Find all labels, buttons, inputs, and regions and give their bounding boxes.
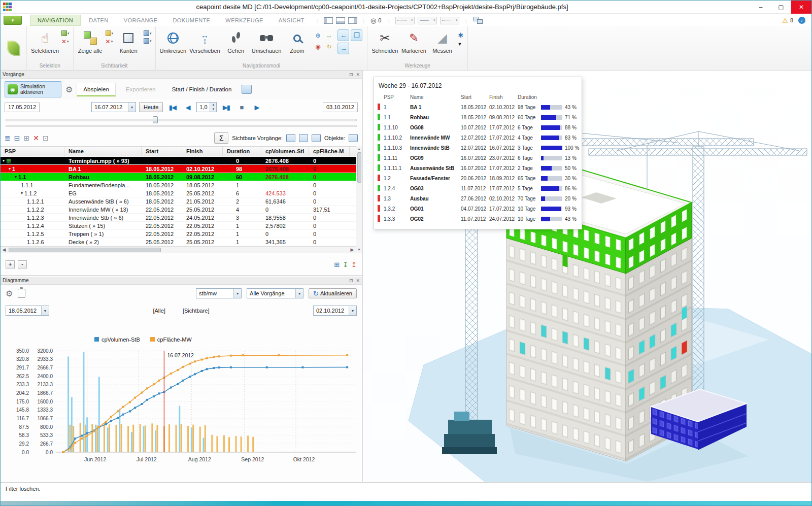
tools-dropdown-button[interactable]: ▼ [457,42,464,47]
spin-down-icon[interactable]: ▼ [210,107,216,112]
tab-ansicht[interactable]: ANSICHT [272,15,312,25]
vorgaenge-table-row[interactable]: 1.1.1Fundamente/Bodenpla...18.05.201218.… [1,181,356,189]
horizontal-scrollbar[interactable]: ◀ ▶ [1,246,356,253]
gantt-row[interactable]: 1.3.2OG0104.07.201217.07.201210 Tage93 % [378,204,578,214]
sum-button[interactable]: Σ [214,132,228,144]
gantt-row[interactable]: 1.1.10OG0810.07.201217.07.20126 Tage88 % [378,122,578,132]
gantt-row[interactable]: 1.2.4OG0311.07.201217.07.20125 Tage86 % [378,183,578,193]
sichtbare-label[interactable]: [Sichtbare] [183,308,210,314]
gehen-button[interactable]: Gehen [222,27,250,54]
simulation-aktivieren-button[interactable]: ◉ Simulationaktivieren [5,81,61,97]
simulation-start-date[interactable]: 17.05.2012 [5,103,40,112]
current-date-combo[interactable]: 16.07.2012▼ [91,102,136,112]
import-rows-icon[interactable]: ↧ [343,261,348,268]
tab-vorgaenge[interactable]: VORGÄNGE [117,15,165,25]
range-start-combo[interactable]: 18.05.2012▼ [6,306,49,316]
export-rows-icon[interactable]: ↥ [351,261,357,268]
speed-spinner[interactable]: 1,0 ▲▼ [196,102,217,112]
close-panel-icon[interactable]: ✕ [356,278,360,283]
wrench-icon[interactable]: ⚙ [6,289,13,298]
verschieben-button[interactable]: ↔↕ Verschieben [188,27,222,54]
orbit-mode-icon[interactable]: ⊕ [313,30,323,41]
diagram-chart[interactable]: 350.03200.0320.82933.3291.72666.7262.524… [4,345,359,471]
close-button[interactable]: ✕ [791,1,811,14]
select-add-button[interactable]: ▾ [61,30,70,36]
vorgaenge-table-row[interactable]: ▾1.1Rohbau18.05.201209.08.2012602676.408… [1,173,356,181]
next-view-button[interactable]: → [337,43,349,54]
timeline-track[interactable] [6,119,357,121]
vorgaenge-table-row[interactable]: 1.1.2.2Innenwände MW ( » 13)22.05.201225… [1,206,356,214]
scrollbar-thumb[interactable] [9,248,161,252]
layout-bottom-panel-icon[interactable] [336,17,345,24]
schneiden-button[interactable]: ✂ Schneiden [370,27,399,54]
vorgaenge-table-row[interactable]: ▾▦Terminplan.mpp ( » 93)02676.4080 [1,157,356,165]
calendar-filter-icon[interactable] [299,134,308,142]
hierarchy-view-icon[interactable]: ⊟ [14,134,20,142]
schedule-grid-icon[interactable] [242,85,252,94]
warning-icon[interactable]: ⚠ [782,17,788,24]
float-panel-icon[interactable]: ⊡ [349,72,353,77]
show-selected-button[interactable]: ▾ [106,30,114,36]
gantt-row[interactable]: 1.1.11.1Aussenwände StB16.07.201217.07.2… [378,163,578,173]
maximize-button[interactable]: ▢ [771,1,791,14]
vorgaenge-table-row[interactable]: 1.1.2.3Innenwände Stb ( » 6)22.05.201224… [1,214,356,222]
umschauen-button[interactable]: Umschauen [250,27,283,54]
range-end-combo[interactable]: 02.10.2012▼ [313,306,357,316]
clear-filter-icon[interactable]: ✕ [33,134,39,142]
tab-navigation[interactable]: NAVIGATION [30,15,81,26]
kanten-button[interactable]: Kanten [114,27,143,54]
tree-structure-icon[interactable]: ⊞ [334,261,340,268]
calendar-range-icon[interactable] [312,134,321,142]
gantt-row[interactable]: 1.1.11OG0916.07.201223.07.20126 Tage13 % [378,153,578,163]
gantt-row[interactable]: 1.1Rohbau18.05.201209.08.201260 Tage71 % [378,112,578,122]
simulation-end-date[interactable]: 03.10.2012 [323,103,358,112]
heute-button[interactable]: Heute [139,102,163,112]
zeige-alle-button[interactable]: Zeige alle [76,27,105,54]
gantt-row[interactable]: 1.1.10.2Innenwände MW12.07.201217.07.201… [378,132,578,143]
timeline-handle[interactable] [153,116,158,123]
viewport-3d[interactable]: Woche 29 - 16.07.2012 PSP Name Start Fin… [362,71,812,482]
messen-button[interactable]: ◢ Messen [428,27,456,54]
clipboard-icon[interactable] [18,289,25,298]
expand-icon[interactable]: ▾ [9,166,11,171]
col-duration[interactable]: Duration [223,147,261,156]
tab-daten[interactable]: DATEN [82,15,115,25]
spin-mode-icon[interactable]: ↻ [324,42,334,52]
vorgaenge-table-row[interactable]: 1.1.2.5Treppen ( » 1)22.05.201222.05.201… [1,230,356,238]
col-cpflaeche[interactable]: cpFläche-M [309,147,350,156]
step-forward-button[interactable]: ▶▮ [220,104,232,111]
float-panel-icon[interactable]: ⊡ [349,278,353,283]
quick-filter-combo-2[interactable]: ▾ [418,17,437,24]
hide-selected-button[interactable]: ✕▾ [106,38,114,45]
col-start[interactable]: Start [142,147,182,156]
umkreisen-button[interactable]: Umkreisen [158,27,188,54]
filter-loeschen-link[interactable]: Filter löschen. [6,486,40,492]
jump-start-button[interactable]: ▮◀ [166,104,178,111]
visibility-counter-icon[interactable]: ◎ [370,17,376,24]
expand-icon[interactable]: ▾ [21,191,23,195]
quick-filter-combo-1[interactable]: ▾ [395,17,415,24]
pan-mode-icon[interactable]: ↔ [324,30,334,41]
edges-option2-button[interactable]: ▾ [144,38,152,44]
scroll-up-icon[interactable]: ▲ [357,146,361,152]
select-remove-button[interactable]: ✕▾ [61,38,70,45]
quick-filter-combo-3[interactable]: ▾ [440,17,459,24]
vorgaenge-table-row[interactable]: 1.1.2.4Stützen ( » 15)22.05.201222.05.20… [1,222,356,230]
collapse-all-button[interactable]: - [18,260,27,268]
expand-icon[interactable]: ▾ [3,158,5,163]
list-view-icon[interactable]: ≣ [5,134,11,142]
stop-button[interactable]: ■ [235,104,247,111]
previous-view-button[interactable]: ← [337,29,349,41]
vorgaenge-table-row[interactable]: 1.1.2.6Decke ( » 2)25.05.201225.05.20121… [1,238,356,246]
vorgaenge-table-row[interactable]: 1.1.2.1Aussenwände StB ( » 6)18.05.20122… [1,197,356,206]
scroll-down-icon[interactable]: ▼ [357,247,361,253]
tab-start-finish-duration[interactable]: Start / Finish / Duration [166,83,238,95]
minimize-button[interactable]: – [751,1,771,14]
wrench-icon[interactable]: ⚙ [65,85,73,94]
scroll-right-icon[interactable]: ▶ [349,247,356,252]
step-back-button[interactable]: ◀ [181,104,193,111]
aktualisieren-button[interactable]: ↻ Aktualisieren [309,288,357,298]
material-combo[interactable]: stb/mw▼ [196,288,242,298]
close-panel-icon[interactable]: ✕ [356,72,360,77]
gantt-row[interactable]: 1BA 118.05.201202.10.201298 Tage43 % [378,102,578,112]
